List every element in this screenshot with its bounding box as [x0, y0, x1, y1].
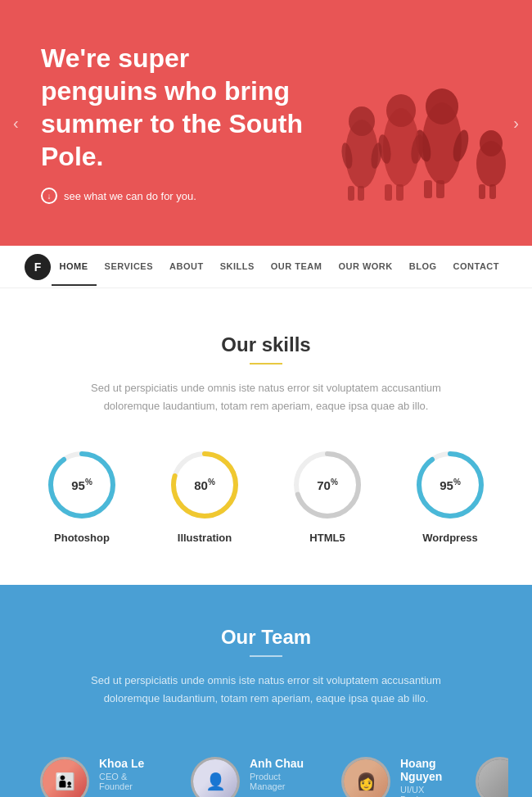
nav-item-services[interactable]: SERVICES [97, 248, 161, 286]
skills-underline [250, 363, 282, 365]
skill-circle-html5: 70% [291, 448, 364, 522]
skills-section: Our skills Sed ut perspiciatis unde omni… [0, 288, 532, 585]
team-underline [250, 655, 282, 657]
skill-pct-wordpress: 95% [440, 478, 461, 492]
nav-item-blog[interactable]: BLOG [401, 248, 445, 286]
team-name-2: Anh Chau [250, 757, 309, 770]
skill-illustration: 80% Illustration [156, 448, 254, 544]
skill-pct-illustration: 80% [194, 478, 215, 492]
navbar: F HOME SERVICES ABOUT SKILLS OUR TEAM OU… [0, 246, 532, 288]
team-desc: Sed ut perspiciatis unde omnis iste natu… [70, 672, 462, 708]
skills-desc: Sed ut perspiciatis unde omnis iste natu… [70, 379, 462, 415]
hero-nav-left[interactable]: ‹ [7, 107, 25, 139]
nav-item-team[interactable]: OUR TEAM [263, 248, 331, 286]
skills-grid: 95% Photoshop 80% Illustration 7 [25, 448, 507, 544]
skills-title: Our skills [25, 333, 507, 356]
team-avatar-3: 👩 [341, 757, 390, 797]
nav-item-work[interactable]: OUR WORK [330, 248, 400, 286]
team-card-3: 👩 Hoang Nguyen UI/UX Designer f t g [325, 740, 476, 797]
navbar-links: HOME SERVICES ABOUT SKILLS OUR TEAM OUR … [52, 248, 507, 286]
team-card-1: 👨‍👦 Khoa Le CEO & Founder f t g [24, 740, 174, 797]
team-role-3: UI/UX Designer [400, 785, 459, 797]
team-name-3: Hoang Nguyen [400, 757, 459, 783]
skill-label-photoshop: Photoshop [54, 532, 110, 544]
skill-label-wordpress: Wordpress [422, 532, 478, 544]
hero-content: We're super penguins who bring summer to… [0, 9, 532, 237]
hero-cta-text: see what we can do for you. [64, 190, 196, 202]
nav-item-contact[interactable]: CONTACT [445, 248, 507, 286]
hero-section: ‹ We're super penguins who bring summer … [0, 0, 532, 246]
skill-circle-photoshop: 95% [45, 448, 119, 522]
team-grid: 👨‍👦 Khoa Le CEO & Founder f t g 👤 Anh Ch… [25, 740, 507, 797]
nav-item-skills[interactable]: SKILLS [212, 248, 263, 286]
hero-nav-right[interactable]: › [507, 107, 525, 139]
team-section: Our Team Sed ut perspiciatis unde omnis … [0, 585, 532, 797]
team-card-partial [476, 740, 508, 797]
hero-title: We're super penguins who bring summer to… [41, 42, 303, 173]
skill-circle-illustration: 80% [168, 448, 241, 522]
skill-label-html5: HTML5 [309, 532, 345, 544]
skill-pct-html5: 70% [317, 478, 338, 492]
skill-pct-photoshop: 95% [71, 478, 92, 492]
nav-item-about[interactable]: ABOUT [161, 248, 212, 286]
hero-cta-icon: ↓ [41, 188, 57, 204]
skill-label-illustration: Illustration [178, 532, 232, 544]
skill-html5: 70% HTML5 [278, 448, 376, 544]
navbar-logo[interactable]: F [25, 254, 51, 280]
team-avatar-2: 👤 [191, 757, 240, 797]
team-avatar-1: 👨‍👦 [40, 757, 89, 797]
hero-cta[interactable]: ↓ see what we can do for you. [41, 188, 491, 204]
team-title: Our Team [25, 626, 507, 649]
skill-circle-wordpress: 95% [413, 448, 487, 522]
team-role-2: Product Manager [250, 772, 309, 791]
team-card-2: 👤 Anh Chau Product Manager f t g [174, 740, 325, 797]
skill-wordpress: 95% Wordpress [401, 448, 499, 544]
skill-photoshop: 95% Photoshop [33, 448, 131, 544]
team-name-1: Khoa Le [99, 757, 158, 770]
nav-item-home[interactable]: HOME [52, 248, 97, 286]
team-role-1: CEO & Founder [99, 772, 158, 791]
team-avatar-partial [476, 757, 508, 797]
